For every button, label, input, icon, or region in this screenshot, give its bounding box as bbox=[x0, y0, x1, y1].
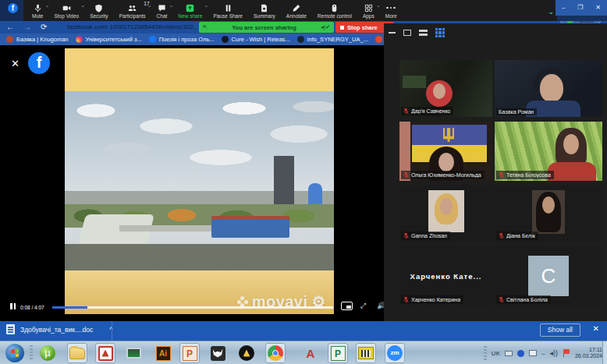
slide-top-banner bbox=[65, 48, 334, 91]
window-close-button[interactable]: ✕ bbox=[595, 4, 601, 12]
security-button[interactable]: Security bbox=[84, 0, 113, 21]
mute-button[interactable]: Mute ⌄ bbox=[27, 0, 48, 21]
forward-button[interactable]: → bbox=[23, 23, 31, 32]
chrome-app[interactable] bbox=[265, 343, 286, 363]
muted-mic-icon bbox=[403, 232, 409, 239]
panel-small-view-icon[interactable] bbox=[403, 30, 411, 36]
bookmark-poeziya[interactable]: Поезія і проза Оль... bbox=[149, 36, 215, 43]
media-monitor-app[interactable] bbox=[123, 343, 144, 363]
system-tray: UK – ◂)) 17:11 26.03.2024 bbox=[484, 341, 602, 364]
participant-name: Ganna Zhosan bbox=[411, 233, 447, 239]
foobar-cat-icon bbox=[211, 346, 225, 361]
keyboard-tray-icon[interactable] bbox=[505, 351, 513, 356]
bookmark-universytetskyi[interactable]: Університетський з... bbox=[76, 36, 142, 43]
bookmark-cure-wish[interactable]: Cure - Wish | Releas... bbox=[222, 36, 290, 43]
taskbar-clock[interactable]: 17:11 26.03.2024 bbox=[575, 347, 602, 359]
participant-name-tag: Діана Бєлік bbox=[496, 231, 538, 240]
participants-button[interactable]: 17 Participants ⌄ bbox=[114, 0, 151, 21]
summary-document-icon bbox=[260, 4, 268, 12]
toolbar-collapse-chevron[interactable]: ⌄ bbox=[548, 8, 554, 16]
stop-video-button[interactable]: Stop Video ⌄ bbox=[48, 0, 84, 21]
summary-button[interactable]: Summary bbox=[248, 0, 281, 21]
more-button[interactable]: More bbox=[380, 0, 403, 21]
apps-icon bbox=[364, 4, 373, 12]
folder-icon bbox=[69, 348, 85, 359]
remote-control-button[interactable]: Remote control bbox=[312, 0, 357, 21]
apps-button[interactable]: Apps ⌄ bbox=[357, 0, 380, 21]
participant-tile-olga[interactable]: Ольга Юхименко-Могильда bbox=[399, 122, 492, 181]
window-minimize-button[interactable]: – bbox=[562, 4, 565, 12]
downloaded-file-item[interactable]: Здобувачі_та_вик....doc ^ bbox=[6, 324, 112, 334]
display-tray-icon[interactable] bbox=[529, 350, 537, 356]
powerpoint-app[interactable]: P bbox=[179, 343, 200, 363]
participant-name: Харченко Катерина bbox=[411, 297, 460, 302]
zoom-app[interactable]: zm bbox=[385, 343, 405, 363]
illustrator-icon: Ai bbox=[156, 346, 171, 361]
aimp-app[interactable] bbox=[236, 343, 257, 363]
participant-tile-svitlana[interactable]: C Світлана Боліла bbox=[495, 246, 602, 306]
action-center-flag-icon[interactable] bbox=[563, 349, 570, 357]
volume-tray-icon[interactable]: ◂)) bbox=[549, 349, 558, 357]
pause-share-button[interactable]: Pause Share bbox=[208, 0, 248, 21]
participant-tile-diana[interactable]: Діана Бєлік bbox=[495, 186, 602, 242]
explorer-app[interactable] bbox=[67, 343, 87, 363]
panel-speaker-view-icon[interactable] bbox=[419, 30, 428, 36]
participants-video-panel: Дар'я Савченко Базака Роман Ольга Юхимен… bbox=[384, 23, 607, 321]
screen-sharing-banner: ⇱ You are screen sharing ◂) ✔ bbox=[199, 22, 334, 33]
publisher-app[interactable]: P bbox=[328, 343, 348, 363]
windows-taskbar: µ Ai P A P zm UK – ◂)) 17:11 26.03.2024 bbox=[0, 341, 607, 364]
panel-close-button[interactable]: ✕ bbox=[593, 324, 599, 333]
bookmark-synergy[interactable]: info_SYNERGY_UA_... bbox=[297, 36, 368, 43]
bookmark-label: Поезія і проза Оль... bbox=[159, 36, 215, 43]
chat-button[interactable]: Chat ⌄ bbox=[151, 0, 173, 21]
participants-icon bbox=[128, 4, 137, 12]
participant-name-tag: Базака Роман bbox=[496, 108, 537, 115]
bookmark-bazyaka[interactable]: Базяка | Knugoman bbox=[6, 36, 69, 43]
mouse-icon bbox=[330, 4, 339, 12]
panel-minimize-icon[interactable] bbox=[389, 32, 396, 34]
bookmark-label: Базяка | Knugoman bbox=[16, 36, 69, 43]
fullscreen-icon[interactable]: ⤢ bbox=[360, 302, 366, 310]
pause-playback-button[interactable] bbox=[10, 303, 16, 309]
video-frame[interactable]: Кропивницький movavi ⚙ bbox=[65, 48, 334, 314]
participant-tile-kharchenko[interactable]: Харченко Кате... Харченко Катерина bbox=[399, 246, 492, 306]
acrobat-app[interactable]: A bbox=[300, 343, 321, 363]
panel-gallery-view-icon[interactable] bbox=[435, 28, 445, 37]
zoom-app-icon: zm bbox=[387, 345, 403, 361]
participant-tile-ganna[interactable]: Ganna Zhosan bbox=[399, 186, 492, 242]
network-tray-icon[interactable] bbox=[517, 350, 524, 357]
tray-grip bbox=[484, 346, 487, 360]
address-bar[interactable]: facebook.com/ 100017123854438/videos/322… bbox=[67, 23, 199, 30]
facebook-logo[interactable]: f bbox=[28, 52, 50, 74]
theater-close-button[interactable]: ✕ bbox=[11, 58, 20, 69]
browser-tab-peek[interactable]: f bbox=[0, 0, 27, 21]
video-converter-app[interactable] bbox=[356, 343, 376, 363]
new-share-button[interactable]: New share ⌄ bbox=[172, 0, 208, 21]
share-screen-icon bbox=[186, 4, 194, 12]
annotate-button[interactable]: Annotate bbox=[281, 0, 312, 21]
language-indicator[interactable]: UK bbox=[492, 350, 500, 357]
participant-tile-darya[interactable]: Дар'я Савченко bbox=[399, 60, 492, 117]
apps-label: Apps bbox=[363, 13, 374, 19]
movavi-editor-app[interactable] bbox=[95, 343, 115, 363]
back-button[interactable]: ← bbox=[6, 23, 14, 32]
participant-name-tag: Тетяна Білоусова bbox=[496, 171, 554, 179]
illustrator-app[interactable]: Ai bbox=[153, 343, 173, 363]
participant-tile-roman[interactable]: Базака Роман bbox=[495, 60, 602, 117]
start-button[interactable] bbox=[5, 343, 25, 363]
doc-file-icon bbox=[6, 324, 15, 334]
download-shelf: Здобувачі_та_вик....doc ^ Show all ✕ bbox=[0, 321, 607, 341]
show-all-button[interactable]: Show all bbox=[540, 323, 580, 337]
window-restore-button[interactable]: ❐ bbox=[577, 4, 583, 12]
participant-tile-tetiana[interactable]: Тетяна Білоусова bbox=[495, 122, 602, 181]
refresh-button[interactable]: ⟳ bbox=[41, 23, 47, 32]
utorrent-app[interactable]: µ bbox=[37, 343, 58, 363]
picture-in-picture-icon[interactable] bbox=[341, 302, 353, 310]
progress-bar[interactable] bbox=[52, 306, 333, 309]
show-desktop-button[interactable] bbox=[602, 341, 607, 364]
foobar-app[interactable] bbox=[208, 343, 228, 363]
shelf-divider bbox=[112, 321, 112, 341]
show-hidden-icons[interactable]: – bbox=[541, 350, 545, 357]
downloaded-filename: Здобувачі_та_вик....doc bbox=[20, 326, 93, 334]
bookmark-label: Університетський з... bbox=[86, 36, 142, 43]
